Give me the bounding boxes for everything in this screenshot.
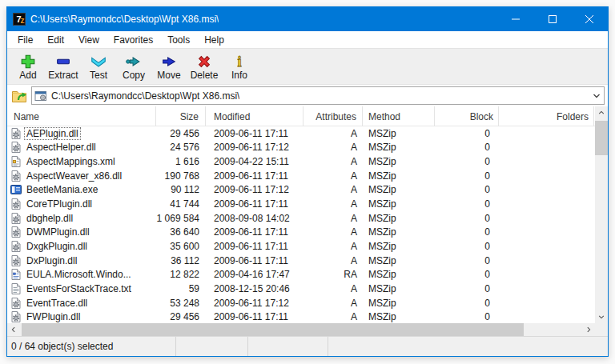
cell-name[interactable]: CoreTPlugin.dll: [7, 197, 156, 211]
scroll-left-icon[interactable]: [7, 323, 20, 336]
cell-block: 0: [435, 225, 499, 239]
cell-size: 1 069 584: [156, 211, 206, 226]
cell-name[interactable]: DxPlugin.dll: [7, 254, 156, 268]
eula-doc-icon: [10, 268, 22, 281]
table-row[interactable]: DxgkPlugin.dll 35 600 2009-06-11 17:11 A…: [7, 239, 595, 254]
table-row[interactable]: EventsForStackTrace.txt 59 2008-12-15 20…: [7, 282, 595, 296]
copy-button[interactable]: Copy: [116, 49, 151, 84]
cell-name[interactable]: AspectHelper.dll: [7, 141, 156, 155]
header-name[interactable]: Name: [7, 106, 156, 126]
dll-gear-icon: [10, 141, 22, 154]
extract-minus-icon: [54, 53, 73, 70]
cell-folders: [499, 169, 594, 183]
dll-gear-icon: [10, 254, 22, 267]
header-size[interactable]: Size: [156, 106, 206, 126]
horizontal-scrollbar-thumb[interactable]: [22, 323, 524, 336]
menu-tools[interactable]: Tools: [160, 31, 197, 49]
scroll-up-icon[interactable]: [595, 106, 608, 119]
cell-block: 0: [435, 211, 499, 226]
menu-favorites[interactable]: Favorites: [107, 31, 160, 49]
menu-view[interactable]: View: [71, 31, 107, 49]
cell-folders: [499, 183, 594, 198]
delete-button[interactable]: Delete: [187, 49, 222, 84]
table-row[interactable]: EULA.Microsoft.Windo... 12 822 2009-04-1…: [7, 267, 595, 282]
column-headers: Name Size Modified Attributes Method Blo…: [7, 106, 595, 126]
selection-status: 0 / 64 object(s) selected: [7, 337, 176, 356]
cell-name[interactable]: DWMPlugin.dll: [7, 225, 156, 239]
table-row[interactable]: DWMPlugin.dll 36 640 2009-06-11 17:11 A …: [7, 225, 595, 239]
cell-attributes: A: [303, 197, 363, 211]
cell-method: MSZip: [363, 154, 435, 169]
svg-text:z: z: [21, 16, 25, 25]
menu-edit[interactable]: Edit: [40, 31, 71, 49]
cell-name[interactable]: AspectMappings.xml: [7, 154, 156, 169]
cell-block: 0: [435, 141, 499, 155]
cell-method: MSZip: [363, 254, 435, 268]
cell-modified: 2009-04-16 17:47: [206, 267, 303, 282]
cell-block: 0: [435, 282, 499, 296]
info-button[interactable]: i Info: [222, 49, 257, 84]
cell-attributes: A: [303, 126, 363, 141]
horizontal-scrollbar[interactable]: [7, 323, 595, 336]
cell-name[interactable]: EULA.Microsoft.Windo...: [7, 267, 156, 282]
table-row[interactable]: FWPlugin.dll 29 456 2009-06-11 17:11 A M…: [7, 310, 595, 323]
cell-name[interactable]: FWPlugin.dll: [7, 310, 156, 323]
cell-size: 90 112: [156, 183, 206, 198]
chevron-down-icon[interactable]: [593, 92, 601, 100]
scroll-down-icon[interactable]: [595, 310, 608, 323]
extract-button[interactable]: Extract: [46, 49, 81, 84]
header-attributes[interactable]: Attributes: [303, 106, 363, 126]
vertical-scrollbar-thumb[interactable]: [595, 121, 608, 155]
window-title: C:\Users\Raymondcc\Desktop\Wpt X86.msi\: [30, 14, 219, 25]
dll-gear-icon: [10, 240, 22, 253]
table-row[interactable]: dbghelp.dll 1 069 584 2008-09-08 14:02 A…: [7, 211, 595, 226]
move-button[interactable]: Move: [151, 49, 187, 84]
table-row[interactable]: AEPlugin.dll 29 456 2009-06-11 17:11 A M…: [7, 126, 595, 141]
file-list: AEPlugin.dll 29 456 2009-06-11 17:11 A M…: [7, 126, 595, 323]
cell-folders: [499, 267, 594, 282]
address-path[interactable]: C:\Users\Raymondcc\Desktop\Wpt X86.msi\: [51, 90, 239, 102]
up-one-level-button[interactable]: [7, 86, 31, 106]
cell-modified: 2009-06-11 17:11: [206, 239, 303, 254]
cell-name[interactable]: BeetleMania.exe: [7, 183, 156, 198]
header-modified[interactable]: Modified: [206, 106, 303, 126]
address-combobox[interactable]: C:\Users\Raymondcc\Desktop\Wpt X86.msi\: [31, 86, 605, 105]
close-button[interactable]: [571, 7, 608, 31]
table-row[interactable]: CoreTPlugin.dll 41 744 2009-06-11 17:11 …: [7, 197, 595, 211]
table-row[interactable]: AspectWeaver_x86.dll 190 768 2009-06-11 …: [7, 169, 595, 183]
minimize-button[interactable]: [497, 7, 534, 31]
table-row[interactable]: BeetleMania.exe 90 112 2009-06-11 17:12 …: [7, 183, 595, 198]
cell-size: 36 640: [156, 225, 206, 239]
table-row[interactable]: AspectMappings.xml 1 616 2009-04-22 15:1…: [7, 154, 595, 169]
table-row[interactable]: EventTrace.dll 53 248 2009-06-11 17:12 A…: [7, 296, 595, 310]
cell-name[interactable]: DxgkPlugin.dll: [7, 239, 156, 254]
header-folders[interactable]: Folders: [499, 106, 594, 126]
cell-name[interactable]: dbghelp.dll: [7, 211, 156, 226]
table-row[interactable]: AspectHelper.dll 24 576 2009-06-11 17:12…: [7, 141, 595, 155]
cell-folders: [499, 225, 594, 239]
scroll-right-icon[interactable]: [582, 323, 595, 336]
cell-size: 29 456: [156, 126, 206, 141]
cell-method: MSZip: [363, 267, 435, 282]
menu-help[interactable]: Help: [197, 31, 231, 49]
cell-size: 36 112: [156, 254, 206, 268]
cell-method: MSZip: [363, 197, 435, 211]
cell-name[interactable]: AspectWeaver_x86.dll: [7, 169, 156, 183]
cell-folders: [499, 141, 594, 155]
header-method[interactable]: Method: [363, 106, 435, 126]
table-row[interactable]: DxPlugin.dll 36 112 2009-06-11 17:11 A M…: [7, 254, 595, 268]
scrollbar-corner: [595, 323, 608, 336]
cell-name[interactable]: AEPlugin.dll: [7, 126, 156, 141]
add-button[interactable]: Add: [10, 49, 46, 84]
vertical-scrollbar[interactable]: [595, 106, 608, 323]
status-bar: 0 / 64 object(s) selected: [7, 336, 608, 356]
header-block[interactable]: Block: [435, 106, 499, 126]
cell-size: 190 768: [156, 169, 206, 183]
cell-attributes: A: [303, 239, 363, 254]
maximize-button[interactable]: [534, 7, 571, 31]
cell-name[interactable]: EventsForStackTrace.txt: [7, 282, 156, 296]
cell-name[interactable]: EventTrace.dll: [7, 296, 156, 310]
menu-file[interactable]: File: [10, 31, 40, 49]
title-bar[interactable]: 7z C:\Users\Raymondcc\Desktop\Wpt X86.ms…: [7, 7, 608, 31]
test-button[interactable]: Test: [81, 49, 116, 84]
